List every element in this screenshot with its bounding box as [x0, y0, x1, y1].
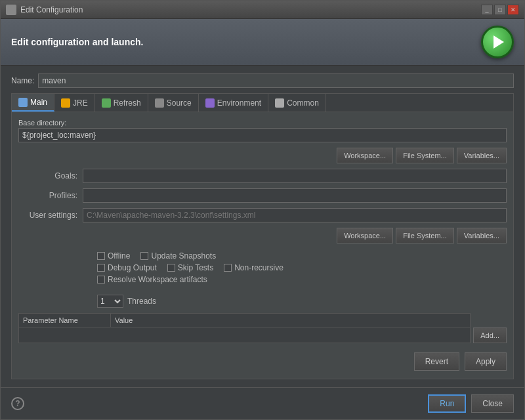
resolve-workspace-label: Resolve Workspace artifacts [108, 275, 207, 284]
update-snapshots-label: Update Snapshots [151, 251, 216, 261]
play-icon [494, 35, 504, 49]
non-recursive-checkbox[interactable] [224, 264, 232, 272]
tab-source-label: Source [167, 98, 192, 108]
workspace-button-2[interactable]: Workspace... [337, 228, 393, 243]
help-icon[interactable]: ? [11, 397, 24, 410]
tab-main-label: Main [30, 98, 47, 107]
col-value: Value [111, 314, 470, 327]
checkbox-row-3: Resolve Workspace artifacts [18, 275, 507, 284]
user-settings-row: User settings: [18, 208, 507, 222]
window-title: Edit Configuration [20, 5, 481, 14]
tab-jre[interactable]: JRE [54, 94, 95, 112]
tab-content-main: Base directory: Workspace... File System… [12, 112, 513, 379]
variables-button-1[interactable]: Variables... [457, 148, 507, 163]
tab-env-label: Environment [217, 98, 261, 108]
title-bar: Edit Configuration _ □ ✕ [1, 1, 524, 19]
profiles-input[interactable] [83, 188, 507, 203]
tab-refresh[interactable]: Refresh [95, 94, 148, 112]
close-window-button[interactable]: ✕ [507, 5, 519, 15]
threads-row: 1 2 4 Threads [18, 295, 507, 308]
resolve-workspace-checkbox-item[interactable]: Resolve Workspace artifacts [97, 275, 207, 284]
tab-common-label: Common [287, 98, 319, 108]
user-settings-label: User settings: [18, 211, 77, 220]
skip-tests-checkbox-item[interactable]: Skip Tests [167, 263, 213, 272]
col-param-name: Parameter Name [19, 314, 111, 327]
resolve-workspace-checkbox[interactable] [97, 276, 105, 284]
checkbox-row-2: Debug Output Skip Tests Non-recursive [18, 263, 507, 272]
header-title: Edit configuration and launch. [11, 37, 143, 47]
threads-select[interactable]: 1 2 4 [97, 295, 123, 308]
jre-tab-icon [61, 98, 70, 108]
skip-tests-checkbox[interactable] [167, 264, 175, 272]
tab-environment[interactable]: Environment [199, 94, 268, 112]
table-body [18, 327, 471, 343]
bottom-bar: ? Run Close [1, 387, 524, 419]
content-area: Name: Main JRE Refresh [1, 66, 524, 387]
tab-jre-label: JRE [73, 98, 88, 108]
debug-output-label: Debug Output [108, 263, 157, 272]
title-bar-buttons: _ □ ✕ [481, 5, 519, 15]
run-button[interactable]: Run [428, 394, 466, 413]
user-settings-btn-row: Workspace... File System... Variables... [18, 228, 507, 243]
threads-label: Threads [127, 297, 156, 306]
profiles-label: Profiles: [18, 191, 77, 200]
minimize-button[interactable]: _ [481, 5, 493, 15]
main-tab-icon [18, 98, 28, 107]
offline-label: Offline [108, 251, 130, 261]
name-row: Name: [11, 74, 514, 88]
maximize-button[interactable]: □ [494, 5, 506, 15]
env-tab-icon [205, 98, 215, 108]
base-directory-label: Base directory: [18, 119, 507, 127]
user-settings-input[interactable] [83, 208, 507, 222]
bottom-right-buttons: Run Close [428, 394, 514, 413]
close-button[interactable]: Close [471, 394, 514, 413]
revert-button[interactable]: Revert [414, 352, 459, 371]
workspace-button-1[interactable]: Workspace... [337, 148, 393, 163]
checkbox-row-1: Offline Update Snapshots [18, 251, 507, 261]
parameter-table: Parameter Name Value Add... [18, 313, 507, 343]
common-tab-icon [275, 98, 284, 108]
base-directory-input[interactable] [18, 128, 507, 142]
offline-checkbox-item[interactable]: Offline [97, 251, 130, 261]
window-icon [6, 5, 16, 15]
file-system-button-2[interactable]: File System... [396, 228, 454, 243]
update-snapshots-checkbox[interactable] [140, 252, 148, 260]
tab-main[interactable]: Main [12, 94, 54, 112]
update-snapshots-checkbox-item[interactable]: Update Snapshots [140, 251, 216, 261]
main-window: Edit Configuration _ □ ✕ Edit configurat… [0, 0, 525, 420]
goals-input[interactable] [83, 169, 507, 183]
name-input[interactable] [38, 74, 514, 88]
revert-apply-row: Revert Apply [18, 348, 507, 371]
offline-checkbox[interactable] [97, 252, 105, 260]
skip-tests-label: Skip Tests [178, 263, 213, 272]
goals-label: Goals: [18, 171, 77, 180]
tab-source[interactable]: Source [148, 94, 199, 112]
debug-output-checkbox-item[interactable]: Debug Output [97, 263, 157, 272]
play-button[interactable] [481, 26, 514, 58]
base-directory-section: Base directory: [18, 119, 507, 142]
tab-common[interactable]: Common [268, 94, 326, 112]
goals-row: Goals: [18, 169, 507, 183]
refresh-tab-icon [102, 98, 111, 108]
non-recursive-checkbox-item[interactable]: Non-recursive [224, 263, 284, 272]
base-dir-btn-row: Workspace... File System... Variables... [18, 148, 507, 163]
non-recursive-label: Non-recursive [234, 263, 284, 272]
tabs-bar: Main JRE Refresh Source Environment [12, 94, 513, 112]
name-label: Name: [11, 76, 34, 85]
tab-refresh-label: Refresh [114, 98, 141, 108]
checkboxes-area: Offline Update Snapshots Debug Output [18, 249, 507, 287]
header-area: Edit configuration and launch. [1, 19, 524, 66]
add-button[interactable]: Add... [473, 327, 507, 343]
table-header: Parameter Name Value [18, 313, 471, 327]
apply-button[interactable]: Apply [465, 352, 507, 371]
debug-output-checkbox[interactable] [97, 264, 105, 272]
file-system-button-1[interactable]: File System... [396, 148, 454, 163]
profiles-row: Profiles: [18, 188, 507, 203]
source-tab-icon [155, 98, 164, 108]
tabs-panel: Main JRE Refresh Source Environment [11, 93, 514, 379]
variables-button-2[interactable]: Variables... [457, 228, 507, 243]
